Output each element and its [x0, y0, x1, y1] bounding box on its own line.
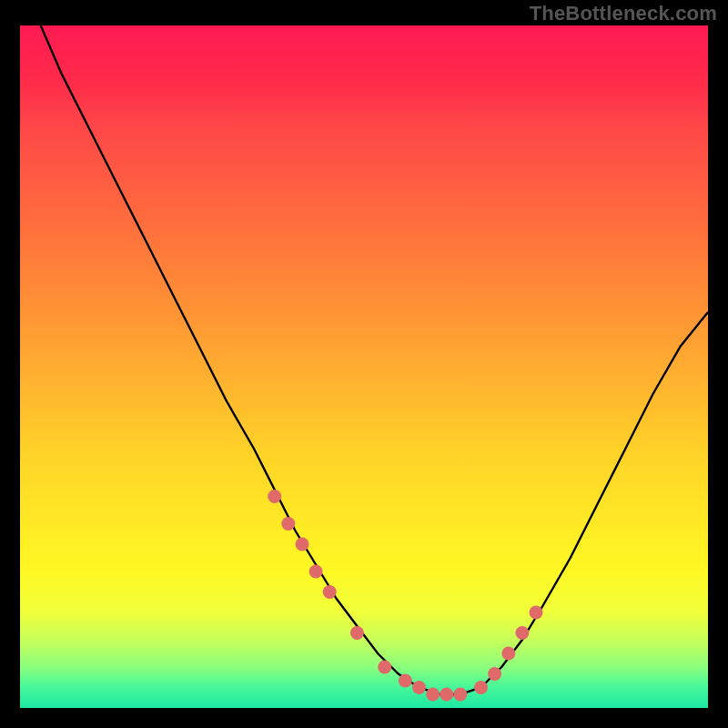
app-frame: TheBottleneck.com	[0, 0, 728, 728]
bottleneck-curve-chart	[20, 25, 708, 708]
curve-marker	[501, 647, 515, 661]
curve-marker	[474, 681, 488, 694]
watermark-text: TheBottleneck.com	[530, 2, 717, 25]
curve-marker	[323, 585, 337, 599]
curve-line	[41, 25, 708, 694]
chart-container	[20, 25, 708, 708]
curve-marker	[399, 674, 412, 688]
curve-marker	[309, 565, 323, 579]
curve-marker	[488, 667, 501, 681]
curve-marker	[281, 517, 295, 531]
curve-marker	[515, 626, 529, 640]
curve-marker	[412, 681, 426, 694]
curve-marker	[296, 538, 309, 551]
curve-marker	[453, 688, 467, 702]
curve-marker	[426, 688, 440, 702]
curve-marker	[378, 661, 391, 674]
curve-marker	[530, 606, 543, 620]
curve-marker	[268, 490, 281, 503]
curve-marker	[440, 688, 453, 702]
curve-marker	[350, 626, 364, 640]
curve-markers	[268, 490, 542, 702]
